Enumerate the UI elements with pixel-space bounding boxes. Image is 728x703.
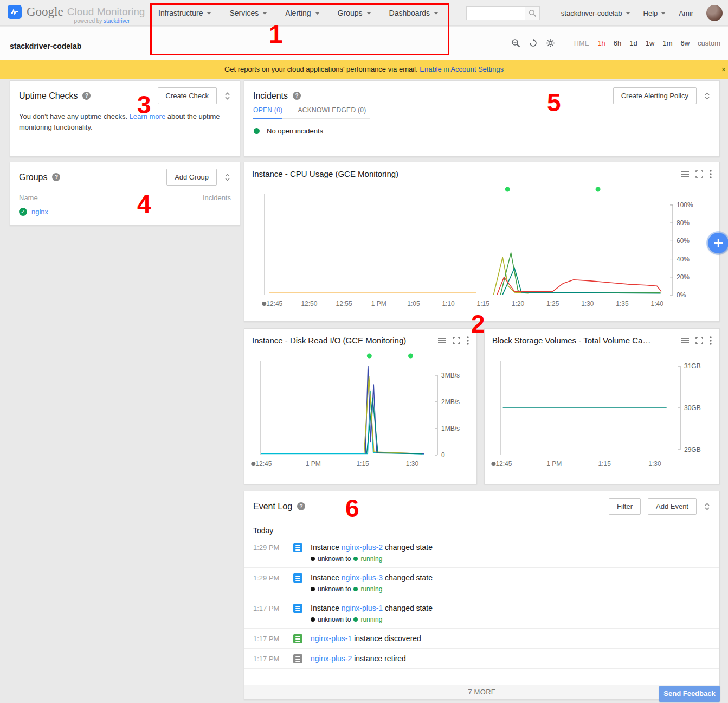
svg-text:1:20: 1:20: [512, 300, 525, 308]
uptime-checks-card: Uptime Checks ? Create Check You don't h…: [10, 80, 240, 157]
help-icon[interactable]: ?: [52, 173, 60, 181]
event-log-more[interactable]: 7 MORE: [244, 685, 719, 699]
project-selector[interactable]: stackdriver-codelab: [561, 9, 630, 17]
close-icon[interactable]: ×: [721, 60, 726, 79]
event-time: 1:17 PM: [253, 634, 293, 643]
instance-link[interactable]: nginx-plus-1: [311, 634, 352, 643]
legend-icon[interactable]: [438, 337, 446, 344]
event-time: 1:29 PM: [253, 543, 293, 552]
uptime-empty-text: You don't have any uptime checks. Learn …: [10, 108, 240, 135]
time-range-1w[interactable]: 1w: [646, 39, 655, 47]
avatar[interactable]: [706, 5, 723, 21]
chevron-down-icon: [626, 12, 630, 15]
svg-text:40%: 40%: [677, 255, 690, 263]
create-check-button[interactable]: Create Check: [158, 87, 217, 104]
svg-text:12:45: 12:45: [255, 460, 272, 468]
create-alerting-policy-button[interactable]: Create Alerting Policy: [613, 87, 697, 104]
event-time: 1:17 PM: [253, 654, 293, 663]
stackdriver-logo-icon: [8, 5, 22, 19]
svg-text:30GB: 30GB: [684, 404, 701, 412]
banner-settings-link[interactable]: Enable in Account Settings: [420, 65, 504, 73]
fullscreen-icon[interactable]: [695, 170, 703, 178]
svg-text:1:15: 1:15: [356, 460, 369, 468]
svg-text:1:30: 1:30: [581, 300, 594, 308]
notification-banner: Get reports on your cloud applications' …: [0, 60, 728, 79]
help-icon[interactable]: ?: [293, 92, 301, 100]
event-time: 1:17 PM: [253, 604, 293, 612]
nav-dashboards[interactable]: Dashboards: [389, 9, 439, 17]
help-icon[interactable]: ?: [82, 92, 91, 100]
groups-title: Groups: [19, 172, 47, 182]
time-label: TIME: [573, 40, 590, 47]
banner-message: Get reports on your cloud applications' …: [224, 65, 418, 73]
kebab-menu-icon[interactable]: [467, 336, 469, 345]
legend-icon[interactable]: [681, 171, 689, 177]
status-ok-dot: [254, 128, 260, 134]
instance-link[interactable]: nginx-plus-3: [342, 573, 383, 582]
group-nginx-link[interactable]: nginx: [31, 208, 48, 216]
event-log-rows: 1:29 PMInstance nginx-plus-2 changed sta…: [244, 538, 719, 669]
send-feedback-button[interactable]: Send Feedback: [659, 686, 720, 702]
chevron-down-icon: [366, 12, 371, 15]
plus-icon: [713, 238, 723, 248]
instance-link[interactable]: nginx-plus-1: [342, 604, 383, 612]
fullscreen-icon[interactable]: [695, 337, 703, 344]
search-button[interactable]: [525, 6, 540, 20]
discovered-event-icon: [293, 634, 302, 643]
kebab-menu-icon[interactable]: [710, 170, 712, 178]
user-name: Amir: [679, 9, 693, 17]
nav-services[interactable]: Services: [229, 9, 267, 17]
nav-alerting[interactable]: Alerting: [285, 9, 319, 17]
uptime-checks-title: Uptime Checks: [19, 91, 78, 101]
collapse-icon[interactable]: [704, 502, 711, 511]
disk-read-chart: 01MB/s2MB/s3MB/s12:451 PM1:151:30: [244, 348, 476, 478]
event-time: 1:29 PM: [253, 573, 293, 582]
time-range-1d[interactable]: 1d: [629, 39, 637, 47]
collapse-icon[interactable]: [224, 92, 231, 100]
refresh-icon[interactable]: [529, 39, 538, 48]
kebab-menu-icon[interactable]: [710, 336, 712, 345]
time-range-custom[interactable]: custom: [698, 39, 720, 47]
incidents-title: Incidents: [253, 91, 288, 101]
nav-infrastructure[interactable]: Infrastructure: [158, 9, 211, 17]
svg-text:80%: 80%: [677, 219, 690, 227]
cpu-usage-chart: 0%20%40%60%80%100%12:4512:5012:551 PM1:0…: [244, 181, 719, 315]
svg-text:29GB: 29GB: [684, 446, 701, 453]
filter-button[interactable]: Filter: [609, 498, 641, 515]
instance-link[interactable]: nginx-plus-2: [342, 543, 383, 552]
instance-link[interactable]: nginx-plus-2: [311, 654, 352, 663]
disk-read-card: Instance - Disk Read I/O (GCE Monitoring…: [244, 328, 477, 484]
collapse-icon[interactable]: [704, 92, 711, 100]
time-range-6h[interactable]: 6h: [614, 39, 621, 47]
disk-chart-title: Instance - Disk Read I/O (GCE Monitoring…: [252, 336, 406, 345]
add-event-button[interactable]: Add Event: [648, 498, 697, 515]
svg-text:1MB/s: 1MB/s: [441, 425, 460, 432]
help-icon[interactable]: ?: [297, 502, 305, 510]
zoom-icon[interactable]: [511, 39, 520, 48]
search-input[interactable]: [466, 6, 525, 20]
tab-acknowledged[interactable]: ACKNOWLEDGED (0): [298, 106, 366, 118]
collapse-icon[interactable]: [224, 173, 231, 182]
learn-more-link[interactable]: Learn more: [130, 112, 165, 120]
time-range-1h[interactable]: 1h: [597, 39, 605, 47]
tab-open[interactable]: OPEN (0): [253, 106, 282, 119]
cpu-chart-title: Instance - CPU Usage (GCE Monitoring): [252, 169, 398, 178]
svg-text:0: 0: [441, 451, 445, 459]
svg-text:1:35: 1:35: [616, 300, 629, 308]
legend-icon[interactable]: [681, 337, 689, 344]
block-storage-chart: 29GB30GB31GB12:451 PM1:151:30: [485, 348, 719, 478]
svg-text:1 PM: 1 PM: [546, 460, 562, 468]
event-log-row: 1:17 PMInstance nginx-plus-1 changed sta…: [244, 598, 719, 629]
help-menu[interactable]: Help: [643, 9, 666, 17]
state-to-dot: [353, 617, 358, 622]
gear-icon[interactable]: [546, 39, 555, 48]
add-group-button[interactable]: Add Group: [166, 169, 217, 186]
storage-chart-title: Block Storage Volumes - Total Volume Cap…: [492, 336, 655, 345]
add-fab-button[interactable]: [708, 233, 728, 253]
time-range-6w[interactable]: 6w: [680, 39, 690, 47]
incidents-tabs: OPEN (0) ACKNOWLEDGED (0): [253, 106, 370, 119]
time-range-1m[interactable]: 1m: [662, 39, 672, 47]
fullscreen-icon[interactable]: [453, 337, 460, 344]
svg-text:1:05: 1:05: [407, 300, 420, 308]
nav-groups[interactable]: Groups: [338, 9, 371, 17]
